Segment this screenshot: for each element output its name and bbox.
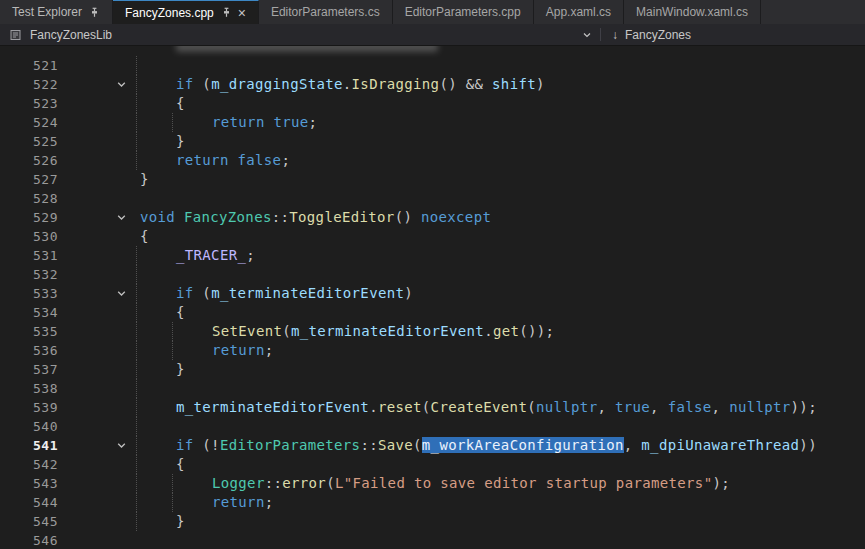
indent-guide — [136, 113, 137, 132]
line-number[interactable]: 527 — [0, 170, 58, 189]
line-number[interactable]: 530 — [0, 227, 58, 246]
code-text[interactable]: { — [140, 94, 185, 113]
code-text[interactable]: } — [140, 512, 185, 531]
code-text[interactable]: SetEvent(m_terminateEditorEvent.get()); — [140, 322, 554, 341]
line-number[interactable]: 534 — [0, 303, 58, 322]
indent-guide — [136, 512, 137, 531]
code-text[interactable]: { — [140, 227, 149, 246]
code-token: Save — [378, 437, 413, 453]
line-number[interactable]: 524 — [0, 113, 58, 132]
code-token: () && — [439, 76, 492, 92]
scope-dropdown[interactable]: ↓ FancyZones — [601, 24, 691, 45]
fold-chevron-icon[interactable] — [116, 440, 128, 451]
chevron-down-icon[interactable] — [582, 30, 592, 40]
close-icon[interactable]: × — [238, 6, 246, 20]
code-line: 537} — [0, 360, 865, 379]
code-text[interactable]: { — [140, 455, 185, 474]
indent-guide — [136, 151, 137, 170]
code-text[interactable]: return false; — [140, 151, 290, 170]
code-token: { — [176, 304, 185, 320]
indent-guide — [136, 493, 137, 512]
code-token: ; — [281, 152, 290, 168]
line-number[interactable]: 521 — [0, 56, 58, 75]
code-text[interactable]: if (!EditorParameters::Save(m_workAreaCo… — [140, 436, 817, 455]
code-text[interactable]: { — [140, 303, 185, 322]
code-text[interactable]: m_terminateEditorEvent.reset(CreateEvent… — [140, 398, 817, 417]
line-number[interactable]: 542 — [0, 455, 58, 474]
tab-label: EditorParameters.cpp — [405, 5, 521, 19]
code-token: . — [343, 76, 352, 92]
line-number[interactable]: 544 — [0, 493, 58, 512]
code-token: ToggleEditor — [289, 209, 394, 225]
code-text[interactable]: void FancyZones::ToggleEditor() noexcept — [140, 208, 491, 227]
code-token: :: — [265, 475, 283, 491]
code-token: . — [369, 399, 378, 415]
code-token: nullptr — [729, 399, 790, 415]
code-text[interactable]: return; — [140, 341, 273, 360]
code-token: } — [176, 133, 185, 149]
line-number[interactable]: 525 — [0, 132, 58, 151]
tab-editorparameters-cs[interactable]: EditorParameters.cs — [259, 0, 393, 24]
code-token: SetEvent — [212, 323, 282, 339]
code-text[interactable]: } — [140, 132, 185, 151]
line-number[interactable]: 540 — [0, 417, 58, 436]
code-text[interactable]: Logger::error(L"Failed to save editor st… — [140, 474, 730, 493]
code-token: } — [176, 513, 185, 529]
line-number[interactable]: 532 — [0, 265, 58, 284]
line-number[interactable]: 537 — [0, 360, 58, 379]
line-number[interactable]: 536 — [0, 341, 58, 360]
project-dropdown[interactable]: FancyZonesLib — [0, 24, 600, 45]
line-number[interactable]: 529 — [0, 208, 58, 227]
line-number[interactable]: 543 — [0, 474, 58, 493]
line-number[interactable]: 545 — [0, 512, 58, 531]
code-line: 533if (m_terminateEditorEvent) — [0, 284, 865, 303]
code-text[interactable]: return; — [140, 493, 273, 512]
line-number[interactable]: 533 — [0, 284, 58, 303]
code-token: ( — [422, 399, 431, 415]
code-line: 531_TRACER_; — [0, 246, 865, 265]
line-number[interactable]: 528 — [0, 189, 58, 208]
tab-editorparameters-cpp[interactable]: EditorParameters.cpp — [393, 0, 534, 24]
code-token: ( — [194, 285, 212, 301]
code-text[interactable]: } — [140, 170, 149, 189]
line-number[interactable]: 523 — [0, 94, 58, 113]
line-number[interactable]: 522 — [0, 75, 58, 94]
indent-guide — [136, 455, 137, 474]
tab-label: FancyZones.cpp — [125, 6, 214, 20]
indent-guide — [136, 56, 137, 75]
code-line: 544return; — [0, 493, 865, 512]
line-number[interactable]: 541 — [0, 436, 58, 455]
fold-chevron-icon[interactable] — [116, 212, 128, 223]
code-token: IsDragging — [352, 76, 440, 92]
code-lines: 521522if (m_draggingState.IsDragging() &… — [0, 46, 865, 549]
code-token: false — [668, 399, 712, 415]
code-token: false — [237, 152, 281, 168]
fold-chevron-icon[interactable] — [116, 79, 128, 90]
tab-mainwindow-xaml-cs[interactable]: MainWindow.xaml.cs — [624, 0, 761, 24]
code-token: ; — [265, 342, 274, 358]
line-number[interactable]: 535 — [0, 322, 58, 341]
code-text[interactable]: return true; — [140, 113, 317, 132]
code-text[interactable]: _TRACER_; — [140, 246, 255, 265]
line-number[interactable]: 531 — [0, 246, 58, 265]
pin-icon[interactable] — [221, 7, 232, 18]
tab-fancyzones-cpp[interactable]: FancyZones.cpp× — [113, 0, 259, 24]
code-editor[interactable]: 521522if (m_draggingState.IsDragging() &… — [0, 46, 865, 549]
line-number[interactable]: 526 — [0, 151, 58, 170]
line-number[interactable]: 546 — [0, 531, 58, 549]
tab-app-xaml-cs[interactable]: App.xaml.cs — [534, 0, 624, 24]
tab-test-explorer[interactable]: Test Explorer — [0, 0, 113, 24]
indent-guide — [136, 284, 137, 303]
line-number[interactable]: 539 — [0, 398, 58, 417]
code-text[interactable]: if (m_terminateEditorEvent) — [140, 284, 413, 303]
fold-chevron-icon[interactable] — [116, 288, 128, 299]
code-text[interactable]: if (m_draggingState.IsDragging() && shif… — [140, 75, 545, 94]
pin-icon[interactable] — [89, 7, 100, 18]
code-line: 534{ — [0, 303, 865, 322]
line-number[interactable]: 538 — [0, 379, 58, 398]
code-token: if — [176, 76, 194, 92]
code-token: return — [212, 114, 265, 130]
code-token: Logger — [212, 475, 265, 491]
code-text[interactable]: } — [140, 360, 185, 379]
project-dropdown-label: FancyZonesLib — [30, 28, 112, 42]
